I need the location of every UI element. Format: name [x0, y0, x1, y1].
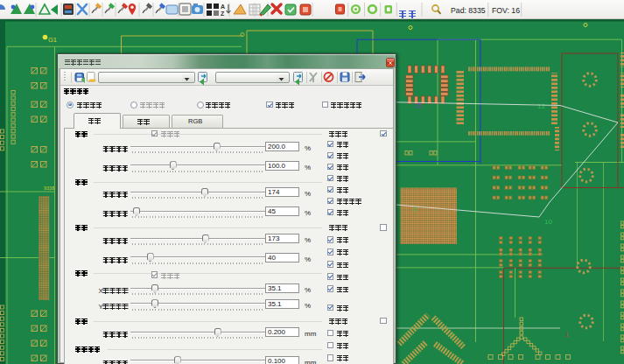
svg-text:12: 12 — [537, 102, 545, 110]
svg-text:A: A — [221, 4, 225, 10]
svg-text:9338: 9338 — [44, 186, 54, 191]
svg-text:10: 10 — [544, 218, 552, 226]
svg-text:15: 15 — [415, 102, 422, 108]
svg-text:Z: Z — [221, 10, 225, 17]
svg-text:G1: G1 — [48, 36, 57, 44]
svg-text:1: 1 — [565, 332, 569, 338]
